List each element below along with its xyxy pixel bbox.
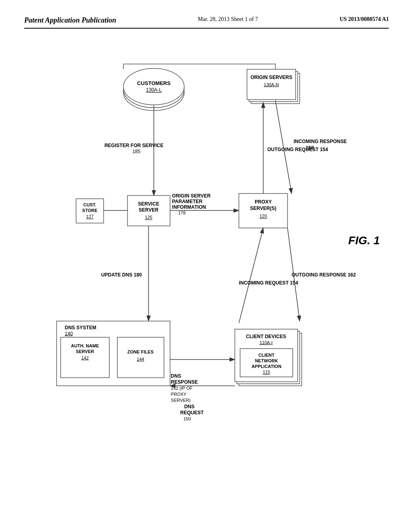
svg-text:110A-I: 110A-I xyxy=(259,340,273,345)
svg-text:REGISTER FOR SERVICE: REGISTER FOR SERVICE xyxy=(104,143,163,148)
svg-text:SERVER): SERVER) xyxy=(171,398,191,403)
svg-text:CLIENT: CLIENT xyxy=(259,353,275,357)
svg-text:144: 144 xyxy=(137,357,144,362)
svg-text:158: 158 xyxy=(306,145,314,151)
svg-text:ZONE FILES: ZONE FILES xyxy=(127,349,154,354)
svg-text:152 (IP OF: 152 (IP OF xyxy=(171,386,193,391)
svg-text:CLIENT DEVICES: CLIENT DEVICES xyxy=(246,334,286,339)
page-header: Patent Application Publication Mar. 28, … xyxy=(24,16,389,29)
svg-text:125: 125 xyxy=(145,215,152,220)
svg-text:OUTGOING REQUEST 154: OUTGOING REQUEST 154 xyxy=(267,147,328,152)
svg-line-38 xyxy=(239,228,263,323)
svg-text:SERVER: SERVER xyxy=(76,349,94,354)
svg-text:PROXY: PROXY xyxy=(171,392,187,397)
svg-text:150: 150 xyxy=(184,416,191,421)
svg-text:SERVER: SERVER xyxy=(139,207,159,213)
svg-text:UPDATE DNS 180: UPDATE DNS 180 xyxy=(101,272,142,278)
svg-text:INFORMATION: INFORMATION xyxy=(172,204,206,210)
svg-text:PARAMETER: PARAMETER xyxy=(172,199,203,204)
svg-text:CUSTOMERS: CUSTOMERS xyxy=(137,80,171,86)
patent-number: US 2013/0080574 A1 xyxy=(340,16,389,23)
svg-text:INCOMING REQUEST 154: INCOMING REQUEST 154 xyxy=(239,280,298,286)
svg-text:DNS: DNS xyxy=(171,373,181,379)
diagram-svg: CUSTOMERS 130A-L ORIGIN SERVERS 130A-N R… xyxy=(24,37,389,500)
svg-text:DNS SYSTEM: DNS SYSTEM xyxy=(65,325,96,330)
publication-title: Patent Application Publication xyxy=(24,16,116,25)
svg-text:INCOMING RESPONSE: INCOMING RESPONSE xyxy=(294,139,347,144)
svg-text:FIG. 1: FIG. 1 xyxy=(348,234,380,247)
sheet-info: Mar. 28, 2013 Sheet 1 of 7 xyxy=(198,16,258,23)
page: Patent Application Publication Mar. 28, … xyxy=(0,0,413,532)
svg-text:STORE: STORE xyxy=(82,208,98,213)
svg-text:REQUEST: REQUEST xyxy=(180,410,204,416)
svg-text:127: 127 xyxy=(86,214,94,219)
svg-point-2 xyxy=(123,69,184,105)
svg-text:ORIGIN SERVERS: ORIGIN SERVERS xyxy=(250,75,292,80)
svg-text:SERVICE: SERVICE xyxy=(138,201,159,207)
svg-text:NETWORK: NETWORK xyxy=(255,358,278,363)
svg-text:130A-N: 130A-N xyxy=(264,82,279,87)
svg-text:130A-L: 130A-L xyxy=(146,87,162,93)
svg-text:CUST.: CUST. xyxy=(83,202,96,207)
diagram-area: CUSTOMERS 130A-L ORIGIN SERVERS 130A-N R… xyxy=(24,37,389,500)
svg-text:SERVER(S): SERVER(S) xyxy=(250,206,276,211)
svg-text:178: 178 xyxy=(178,210,186,215)
svg-text:PROXY: PROXY xyxy=(255,199,272,205)
svg-text:RESPONSE: RESPONSE xyxy=(171,379,198,385)
svg-text:OUTGOING RESPONSE 162: OUTGOING RESPONSE 162 xyxy=(292,272,356,278)
svg-text:ORIGIN SERVER: ORIGIN SERVER xyxy=(172,193,211,199)
svg-text:DNS: DNS xyxy=(184,404,194,409)
svg-text:185: 185 xyxy=(132,149,140,154)
svg-text:142: 142 xyxy=(81,355,88,360)
svg-text:115: 115 xyxy=(263,370,270,374)
svg-text:140: 140 xyxy=(65,331,73,337)
svg-text:AUTH. NAME: AUTH. NAME xyxy=(71,343,99,348)
svg-text:APPLICATION: APPLICATION xyxy=(252,364,282,369)
svg-text:120: 120 xyxy=(259,214,267,218)
